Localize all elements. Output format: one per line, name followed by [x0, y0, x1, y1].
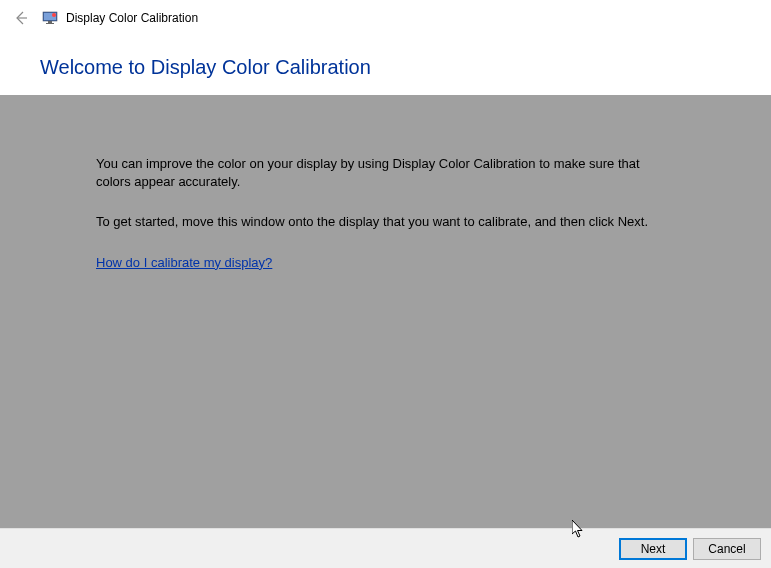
heading-area: Welcome to Display Color Calibration [0, 36, 771, 95]
svg-rect-2 [48, 21, 52, 23]
svg-rect-3 [46, 23, 54, 24]
next-button[interactable]: Next [619, 538, 687, 560]
monitor-icon [42, 10, 58, 26]
app-title: Display Color Calibration [66, 11, 198, 25]
cancel-button[interactable]: Cancel [693, 538, 761, 560]
body-text: You can improve the color on your displa… [96, 155, 656, 272]
back-arrow-icon[interactable] [12, 9, 30, 27]
svg-point-4 [52, 13, 56, 17]
title-bar: Display Color Calibration [0, 0, 771, 36]
intro-paragraph-2: To get started, move this window onto th… [96, 213, 656, 231]
intro-paragraph-1: You can improve the color on your displa… [96, 155, 656, 191]
help-link[interactable]: How do I calibrate my display? [96, 255, 272, 270]
content-area: You can improve the color on your displa… [0, 95, 771, 543]
footer-bar: Next Cancel [0, 528, 771, 568]
page-title: Welcome to Display Color Calibration [40, 56, 731, 79]
